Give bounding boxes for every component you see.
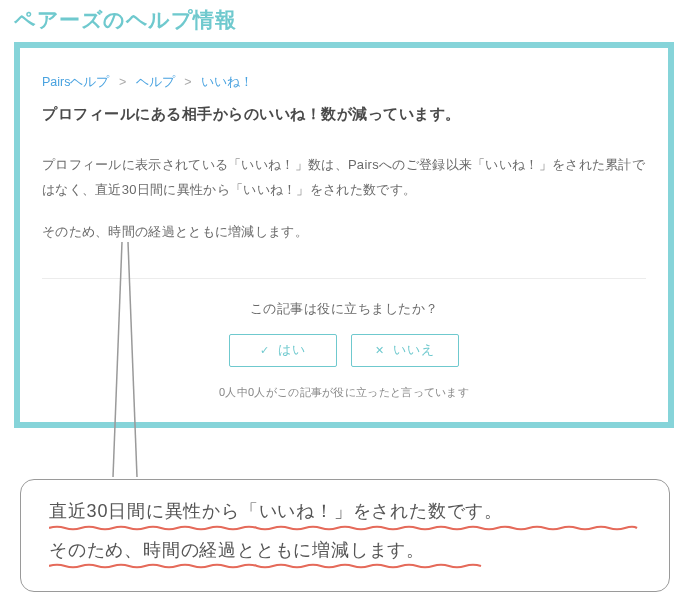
breadcrumb: Pairsヘルプ > ヘルプ > いいね！ xyxy=(42,74,646,91)
check-icon: ✓ xyxy=(260,345,270,356)
feedback-buttons: ✓ はい ✕ いいえ xyxy=(42,334,646,367)
article-body: プロフィールに表示されている「いいね！」数は、Pairsへのご登録以来「いいね！… xyxy=(42,152,646,244)
underline-icon xyxy=(49,525,651,529)
page-title: ペアーズのヘルプ情報 xyxy=(0,0,689,42)
feedback-question: この記事は役に立ちましたか？ xyxy=(42,301,646,318)
article-paragraph: そのため、時間の経過とともに増減します。 xyxy=(42,219,646,244)
breadcrumb-root[interactable]: Pairsヘルプ xyxy=(42,75,109,89)
breadcrumb-sep-icon: > xyxy=(119,75,126,89)
help-box: Pairsヘルプ > ヘルプ > いいね！ プロフィールにある相手からのいいね！… xyxy=(14,42,674,428)
breadcrumb-help[interactable]: ヘルプ xyxy=(136,75,175,89)
no-label: いいえ xyxy=(393,342,435,359)
close-icon: ✕ xyxy=(375,345,385,356)
article-title: プロフィールにある相手からのいいね！数が減っています。 xyxy=(42,105,646,124)
article-paragraph: プロフィールに表示されている「いいね！」数は、Pairsへのご登録以来「いいね！… xyxy=(42,152,646,203)
no-button[interactable]: ✕ いいえ xyxy=(351,334,459,367)
divider xyxy=(42,278,646,279)
feedback-count: 0人中0人がこの記事が役に立ったと言っています xyxy=(42,385,646,400)
breadcrumb-sep-icon: > xyxy=(184,75,191,89)
yes-label: はい xyxy=(278,342,306,359)
callout-bubble: 直近30日間に異性から「いいね！」をされた数です。 そのため、時間の経過とともに… xyxy=(20,479,670,592)
yes-button[interactable]: ✓ はい xyxy=(229,334,337,367)
underline-icon xyxy=(49,563,651,567)
callout-line-2: そのため、時間の経過とともに増減します。 xyxy=(49,540,425,560)
feedback-section: この記事は役に立ちましたか？ ✓ はい ✕ いいえ 0人中0人がこの記事が役に立… xyxy=(42,301,646,400)
callout-line-1: 直近30日間に異性から「いいね！」をされた数です。 xyxy=(49,501,503,521)
breadcrumb-iine[interactable]: いいね！ xyxy=(201,75,253,89)
